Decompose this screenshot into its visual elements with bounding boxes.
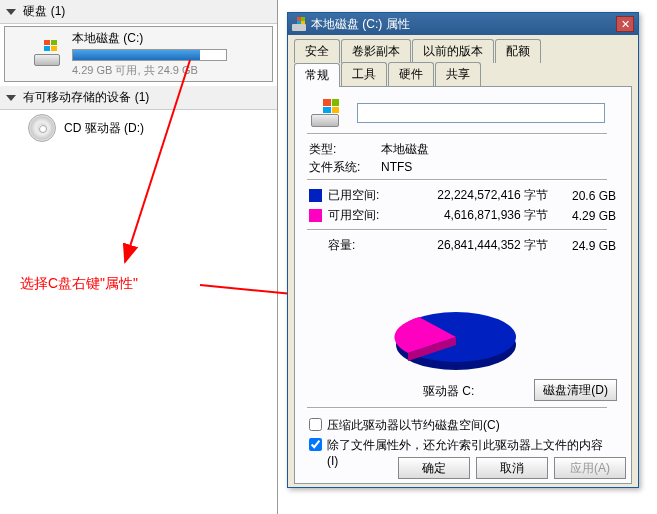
close-button[interactable]: ✕ (616, 16, 634, 32)
tab-panel-general: 类型:本地磁盘 文件系统:NTFS 已用空间:22,224,572,416 字节… (294, 86, 632, 484)
section-header-removable[interactable]: 有可移动存储的设备 (1) (0, 86, 277, 110)
disk-usage-pie-chart (391, 305, 521, 375)
tab-previous-versions[interactable]: 以前的版本 (412, 39, 494, 63)
free-gb: 4.29 GB (556, 209, 616, 223)
fs-value: NTFS (381, 160, 412, 174)
index-checkbox[interactable] (309, 438, 322, 451)
tab-hardware[interactable]: 硬件 (388, 62, 434, 86)
dialog-titlebar[interactable]: 本地磁盘 (C:) 属性 ✕ (288, 13, 638, 35)
free-color-swatch (309, 209, 322, 222)
capacity-gb: 24.9 GB (556, 239, 616, 253)
drive-item-c[interactable]: 本地磁盘 (C:) 4.29 GB 可用, 共 24.9 GB (4, 26, 273, 82)
annotation-text-1: 选择C盘右键"属性" (20, 275, 138, 293)
used-bytes: 22,224,572,416 字节 (408, 187, 548, 204)
section-label: 硬盘 (1) (23, 4, 65, 18)
free-bytes: 4,616,871,936 字节 (408, 207, 548, 224)
used-color-swatch (309, 189, 322, 202)
type-value: 本地磁盘 (381, 142, 429, 156)
tab-shadow-copies[interactable]: 卷影副本 (341, 39, 411, 63)
type-label: 类型: (309, 141, 381, 158)
drive-subtitle: 4.29 GB 可用, 共 24.9 GB (72, 63, 265, 78)
hard-disk-icon (292, 17, 306, 31)
volume-label-input[interactable] (357, 103, 605, 123)
disk-cleanup-button[interactable]: 磁盘清理(D) (534, 379, 617, 401)
drive-info: 本地磁盘 (C:) 4.29 GB 可用, 共 24.9 GB (72, 30, 265, 78)
compress-checkbox-row[interactable]: 压缩此驱动器以节约磁盘空间(C) (309, 417, 500, 434)
tab-sharing[interactable]: 共享 (435, 62, 481, 86)
capacity-bar (72, 49, 227, 61)
compress-checkbox[interactable] (309, 418, 322, 431)
tab-security[interactable]: 安全 (294, 39, 340, 63)
capacity-label: 容量: (328, 237, 408, 254)
free-label: 可用空间: (328, 207, 408, 224)
fs-label: 文件系统: (309, 159, 381, 176)
hard-disk-icon (309, 99, 343, 129)
drive-title: 本地磁盘 (C:) (72, 30, 265, 47)
dialog-button-row: 确定 取消 应用(A) (398, 457, 626, 479)
section-label: 有可移动存储的设备 (1) (23, 90, 149, 104)
chevron-down-icon (6, 95, 16, 101)
tab-strip: 安全 卷影副本 以前的版本 配额 常规 工具 硬件 共享 (288, 35, 638, 86)
tab-tools[interactable]: 工具 (341, 62, 387, 86)
dialog-title: 本地磁盘 (C:) 属性 (311, 16, 410, 33)
ok-button[interactable]: 确定 (398, 457, 470, 479)
capacity-bytes: 26,841,444,352 字节 (408, 237, 548, 254)
apply-button[interactable]: 应用(A) (554, 457, 626, 479)
properties-dialog: 本地磁盘 (C:) 属性 ✕ 安全 卷影副本 以前的版本 配额 常规 工具 硬件… (287, 12, 639, 488)
cd-drive-icon (28, 114, 56, 142)
explorer-panel: 硬盘 (1) 本地磁盘 (C:) 4.29 GB 可用, 共 24.9 GB 有… (0, 0, 278, 514)
used-label: 已用空间: (328, 187, 408, 204)
used-gb: 20.6 GB (556, 189, 616, 203)
compress-label: 压缩此驱动器以节约磁盘空间(C) (327, 417, 500, 434)
tab-general[interactable]: 常规 (294, 63, 340, 87)
tab-quota[interactable]: 配额 (495, 39, 541, 63)
cancel-button[interactable]: 取消 (476, 457, 548, 479)
drive-item-cd[interactable]: CD 驱动器 (D:) (0, 110, 277, 146)
hard-disk-icon (32, 40, 64, 68)
drive-title: CD 驱动器 (D:) (64, 120, 269, 137)
section-header-disks[interactable]: 硬盘 (1) (0, 0, 277, 24)
drive-letter-label: 驱动器 C: (423, 383, 474, 400)
chevron-down-icon (6, 9, 16, 15)
